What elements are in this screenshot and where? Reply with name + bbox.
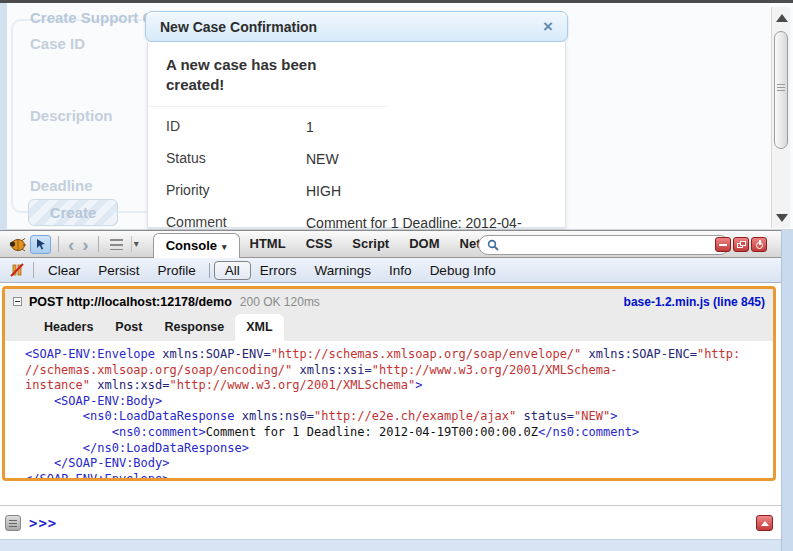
toolbar-separator (58, 236, 59, 252)
console-filter-clear[interactable]: Clear (39, 261, 89, 280)
command-line-row: >>> (0, 505, 781, 539)
console-filter-profile[interactable]: Profile (149, 261, 205, 280)
form-legend: Create Support Ca (30, 9, 162, 26)
power-icon-line (759, 240, 761, 245)
dialog-row: StatusNEW (166, 143, 565, 175)
status-strip (0, 539, 781, 551)
console-filter-buttons: ClearPersistProfileAllErrorsWarningsInfo… (39, 261, 505, 280)
search-icon (487, 239, 499, 251)
xml-line: //schemas.xmlsoap.org/soap/encoding/" xm… (25, 363, 773, 379)
dialog-row: PriorityHIGH (166, 175, 565, 207)
xml-line: <ns0:LoadDataResponse xmlns:ns0="http://… (25, 409, 773, 425)
console-toolbar: ClearPersistProfileAllErrorsWarningsInfo… (0, 258, 781, 283)
page-area: Create Support Ca Case IDDescriptionDead… (0, 3, 793, 230)
create-button[interactable]: Create (28, 199, 118, 226)
dialog-row-label: Priority (166, 182, 306, 200)
firebug-tab-script[interactable]: Script (342, 230, 399, 258)
console-filter-info[interactable]: Info (380, 261, 421, 280)
search-input[interactable] (504, 238, 721, 252)
caret-down-icon: ▾ (222, 242, 227, 252)
back-icon[interactable]: ‹ (64, 235, 78, 254)
xml-line: instance" xmlns:xsd="http://www.w3.org/2… (25, 378, 773, 394)
xml-response-view: <SOAP-ENV:Envelope xmlns:SOAP-ENV="http:… (5, 341, 773, 481)
search-box[interactable] (478, 235, 730, 255)
request-status: 200 OK 120ms (240, 295, 320, 309)
forward-icon[interactable]: › (78, 235, 92, 254)
toolbar-separator (209, 263, 210, 278)
xml-line: </SOAP-ENV:Body> (25, 456, 773, 472)
request-method-url: POST http://localhost:12178/demo (29, 295, 232, 309)
firebug-tab-css[interactable]: CSS (296, 230, 343, 258)
close-firebug-button[interactable] (751, 237, 767, 252)
request-summary-row[interactable]: POST http://localhost:12178/demo 200 OK … (5, 289, 773, 314)
firebug-tab-console[interactable]: Console▾ (153, 233, 240, 258)
dialog-row-value: HIGH (306, 182, 341, 200)
scroll-up-icon[interactable] (776, 14, 788, 22)
command-prompt[interactable]: >>> (29, 515, 57, 531)
panel-right-margin (781, 230, 793, 551)
request-tab-post[interactable]: Post (104, 314, 153, 341)
form-label-description: Description (30, 107, 113, 124)
firebug-tabs: Console▾HTMLCSSScriptDOMNet (153, 230, 491, 258)
minimize-icon (719, 244, 727, 246)
form-label-case-id: Case ID (30, 35, 85, 52)
xml-line: <ns0:comment>Comment for 1 Deadline: 201… (25, 425, 773, 441)
caret-down-icon[interactable]: ▾ (131, 236, 145, 252)
inspect-element-icon[interactable] (30, 235, 51, 254)
request-tab-xml[interactable]: XML (235, 314, 283, 341)
console-filter-warnings[interactable]: Warnings (306, 261, 381, 280)
dialog-title: New Case Confirmation (160, 19, 317, 35)
firebug-panel: ‹ › ▾ Console▾HTMLCSSScriptDOMNet (0, 230, 793, 551)
app-window: Create Support Ca Case IDDescriptionDead… (0, 0, 793, 551)
detach-window-button[interactable] (733, 237, 749, 252)
firebug-tab-html[interactable]: HTML (240, 230, 296, 258)
console-filter-debug-info[interactable]: Debug Info (421, 261, 505, 280)
console-filter-all[interactable]: All (214, 261, 251, 280)
firebug-tab-dom[interactable]: DOM (399, 230, 449, 258)
dialog-row-value: 1 (306, 118, 314, 136)
firebug-menu-icon[interactable] (110, 239, 123, 250)
form-label-deadline: Deadline (30, 177, 93, 194)
network-request-entry: POST http://localhost:12178/demo 200 OK … (2, 286, 776, 481)
scrollbar-grip (777, 84, 785, 93)
request-tab-headers[interactable]: Headers (33, 314, 104, 341)
firebug-icon[interactable] (8, 237, 26, 252)
scroll-down-icon[interactable] (776, 214, 788, 222)
scrollbar-thumb[interactable] (774, 31, 788, 149)
toolbar-separator (98, 236, 99, 252)
command-line-menu-icon[interactable] (5, 515, 21, 531)
close-icon[interactable]: × (543, 18, 553, 35)
break-on-errors-icon[interactable] (9, 262, 25, 278)
dialog-titlebar[interactable]: New Case Confirmation × (145, 11, 568, 42)
xml-line: </ns0:LoadDataResponse> (25, 441, 773, 457)
page-scrollbar[interactable] (771, 7, 790, 228)
dialog-row-value: NEW (306, 150, 339, 168)
firebug-window-buttons (715, 237, 767, 252)
request-detail-tabs: HeadersPostResponseXML (5, 314, 773, 341)
collapse-icon[interactable] (13, 297, 22, 306)
dialog-row: ID1 (166, 111, 565, 143)
dialog-body: A new case has been created! ID1StatusNE… (147, 42, 566, 228)
xml-line: <SOAP-ENV:Body> (25, 394, 773, 410)
xml-line: </SOAP-ENV:Envelope> (25, 472, 773, 481)
dialog-row-label: ID (166, 118, 306, 136)
request-tab-response[interactable]: Response (153, 314, 235, 341)
console-filter-errors[interactable]: Errors (251, 261, 306, 280)
dialog-row-label: Status (166, 150, 306, 168)
minimize-button[interactable] (715, 237, 731, 252)
expand-command-editor-button[interactable] (756, 515, 773, 531)
toolbar-separator (33, 262, 34, 278)
firebug-main-toolbar: ‹ › ▾ Console▾HTMLCSSScriptDOMNet (0, 230, 781, 258)
source-link[interactable]: base-1.2.min.js (line 845) (624, 295, 765, 309)
page-left-margin (0, 3, 7, 230)
console-filter-persist[interactable]: Persist (89, 261, 148, 280)
dialog-message: A new case has been created! (148, 42, 388, 107)
xml-line: <SOAP-ENV:Envelope xmlns:SOAP-ENV="http:… (25, 347, 773, 363)
console-log-area: POST http://localhost:12178/demo 200 OK … (0, 283, 781, 536)
new-case-confirmation-dialog: New Case Confirmation × A new case has b… (145, 11, 568, 228)
detach-icon-overlay (740, 241, 746, 246)
